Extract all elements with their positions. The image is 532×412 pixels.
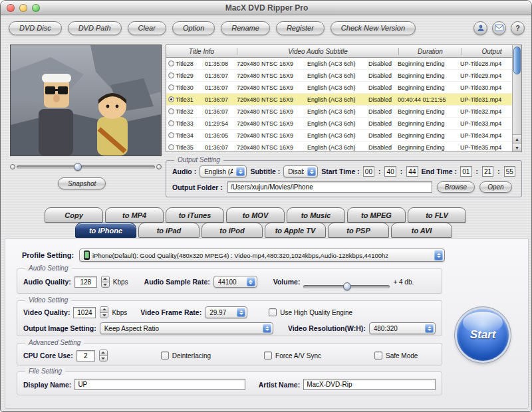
- cpu-core-use-value[interactable]: 2: [76, 350, 95, 361]
- row-title: Title31: [176, 96, 205, 103]
- row-title: Title30: [176, 84, 205, 91]
- clear-button[interactable]: Clear: [128, 21, 166, 35]
- slider-left-knob[interactable]: [10, 164, 15, 169]
- dvd-path-button[interactable]: DVD Path: [68, 21, 122, 35]
- tab-to-iphone[interactable]: to iPhone: [75, 223, 136, 238]
- title-radio-selected[interactable]: [168, 96, 174, 102]
- row-output: UP-Title29.mp4: [460, 72, 512, 79]
- title-radio[interactable]: [168, 84, 174, 90]
- table-row[interactable]: Title28 01:35:08 720x480 NTSC 16X9 Engli…: [166, 58, 521, 70]
- start-button[interactable]: Start: [457, 309, 509, 361]
- header-title-info[interactable]: Title Info: [166, 48, 237, 55]
- title-radio[interactable]: [168, 144, 174, 150]
- tab-copy[interactable]: Copy: [45, 207, 103, 223]
- video-quality-stepper[interactable]: [100, 306, 108, 318]
- table-row[interactable]: Title35 01:36:07 720x480 NTSC 16X9 Engli…: [166, 142, 521, 154]
- table-row[interactable]: Title32 01:36:07 720x480 NTSC 16X9 Engli…: [166, 106, 521, 118]
- mail-icon: [495, 25, 503, 31]
- audio-quality-value[interactable]: 128: [74, 276, 97, 288]
- audio-sample-rate-select[interactable]: 44100: [213, 276, 257, 288]
- tab-to-flv[interactable]: to FLV: [408, 207, 466, 223]
- start-time-seconds[interactable]: 44: [406, 166, 418, 177]
- volume-thumb[interactable]: [343, 282, 351, 290]
- title-radio[interactable]: [168, 72, 174, 78]
- row-time: 01:36:07: [205, 96, 237, 103]
- table-row[interactable]: Title33 01:29:54 720x480 NTSC 16X9 Engli…: [166, 118, 521, 130]
- chevron-up-down-icon: [307, 167, 316, 176]
- output-folder-input[interactable]: [227, 181, 432, 193]
- output-setting-legend: Output Setting: [174, 156, 223, 163]
- row-title: Title33: [176, 120, 205, 127]
- table-row[interactable]: Title34 01:36:05 720x480 NTSC 16X9 Engli…: [166, 130, 521, 142]
- user-icon: [477, 24, 485, 32]
- safe-mode-checkbox[interactable]: [374, 352, 382, 360]
- tab-to-music[interactable]: to Music: [287, 207, 345, 223]
- header-video-audio-subtitle[interactable]: Video Audio Subtitle: [237, 48, 398, 55]
- user-account-button[interactable]: [473, 21, 487, 35]
- end-time-seconds[interactable]: 55: [504, 166, 515, 177]
- open-button[interactable]: Open: [479, 181, 511, 193]
- tab-to-apple-tv[interactable]: to Apple TV: [265, 223, 326, 238]
- start-time-hours[interactable]: 00: [363, 166, 374, 177]
- title-radio[interactable]: [168, 120, 174, 126]
- table-row[interactable]: Title29 01:36:07 720x480 NTSC 16X9 Engli…: [166, 70, 521, 82]
- tab-to-mov[interactable]: to MOV: [226, 207, 285, 223]
- video-quality-value[interactable]: 1024: [73, 307, 96, 318]
- tab-to-mpeg[interactable]: to MPEG: [347, 207, 406, 223]
- table-row-selected[interactable]: Title31 01:36:07 720x480 NTSC 16X9 Engli…: [166, 94, 521, 106]
- table-scrollbar[interactable]: ▲ ▼: [512, 45, 521, 152]
- snapshot-button[interactable]: Snapshot: [58, 177, 106, 189]
- contact-mail-button[interactable]: [492, 21, 506, 35]
- end-time-minutes[interactable]: 21: [482, 166, 493, 177]
- title-radio[interactable]: [168, 108, 174, 114]
- chevron-up-down-icon: [247, 277, 255, 286]
- tab-to-itunes[interactable]: to iTunes: [166, 207, 224, 223]
- profile-setting-select[interactable]: iPhone(Default): Good Quality(480x320 MP…: [79, 249, 445, 262]
- audio-quality-stepper[interactable]: [101, 276, 110, 288]
- playback-slider[interactable]: [10, 162, 162, 171]
- help-button[interactable]: ?: [511, 21, 525, 35]
- row-output: UP-Title35.mp4: [460, 144, 512, 151]
- output-image-setting-select[interactable]: Keep Aspect Ratio: [100, 322, 274, 334]
- slider-right-knob[interactable]: [156, 164, 162, 169]
- tab-to-ipod[interactable]: to iPod: [201, 223, 263, 238]
- playback-track[interactable]: [17, 165, 155, 169]
- dvd-disc-button[interactable]: DVD Disc: [9, 21, 62, 35]
- use-high-quality-engine-checkbox[interactable]: [269, 308, 277, 316]
- title-radio[interactable]: [168, 132, 174, 138]
- video-setting-legend: Video Setting: [25, 296, 71, 304]
- row-audio: English (AC3 6ch): [307, 132, 368, 139]
- scroll-down-icon[interactable]: ▼: [513, 143, 521, 152]
- deinterlacing-checkbox[interactable]: [161, 352, 169, 360]
- video-frame-rate-select[interactable]: 29.97: [205, 306, 247, 318]
- scroll-up-icon[interactable]: ▲: [513, 134, 521, 143]
- row-time: 01:36:07: [205, 108, 237, 115]
- register-button[interactable]: Register: [276, 21, 325, 35]
- toolbar-right-group: ?: [473, 21, 525, 35]
- title-radio[interactable]: [168, 60, 174, 66]
- tab-to-ipad[interactable]: to iPad: [138, 223, 200, 238]
- force-av-sync-checkbox[interactable]: [264, 352, 272, 360]
- tab-to-mp4[interactable]: to MP4: [105, 207, 164, 223]
- browse-button[interactable]: Browse: [437, 181, 475, 193]
- end-time-hours[interactable]: 01: [460, 166, 471, 177]
- header-duration[interactable]: Duration: [398, 48, 462, 55]
- playback-thumb[interactable]: [74, 163, 82, 171]
- artist-name-input[interactable]: [303, 379, 436, 390]
- subtitle-select[interactable]: Disab...: [283, 165, 318, 177]
- cpu-core-use-stepper[interactable]: [99, 350, 108, 361]
- scrollbar-thumb[interactable]: [513, 47, 521, 74]
- tab-to-avi[interactable]: to AVI: [391, 223, 452, 238]
- display-name-input[interactable]: [74, 379, 245, 390]
- audio-sample-rate-label: Audio Sample Rate:: [144, 278, 210, 286]
- start-time-minutes[interactable]: 40: [384, 166, 396, 177]
- safe-mode-label: Safe Mode: [386, 352, 418, 360]
- table-row[interactable]: Title30 01:36:07 720x480 NTSC 16X9 Engli…: [166, 82, 521, 94]
- row-duration: Beginning Ending: [398, 132, 460, 139]
- tab-to-psp[interactable]: to PSP: [328, 223, 389, 238]
- video-resolution-select[interactable]: 480:320: [369, 322, 436, 334]
- audio-select[interactable]: English (AC3...: [200, 165, 247, 177]
- rename-button[interactable]: Rename: [221, 21, 270, 35]
- option-button[interactable]: Option: [172, 21, 215, 35]
- check-new-version-button[interactable]: Check New Version: [331, 21, 416, 35]
